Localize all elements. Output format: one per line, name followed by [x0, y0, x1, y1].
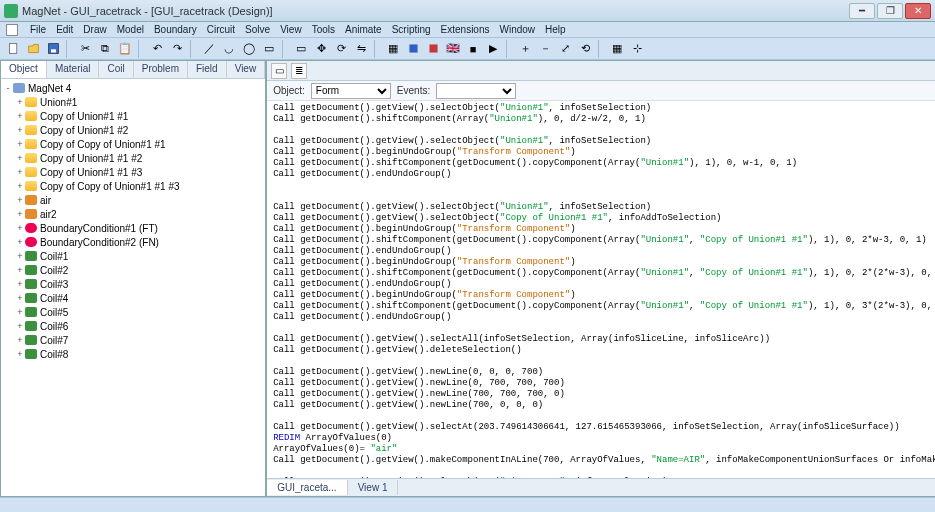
expand-icon[interactable]: +: [15, 181, 25, 191]
tab-problem[interactable]: Problem: [134, 61, 188, 78]
menu-help[interactable]: Help: [545, 24, 566, 35]
tree-item[interactable]: +Copy of Union#1 #1 #2: [1, 151, 265, 165]
expand-icon[interactable]: +: [15, 223, 25, 233]
zoom-out-icon[interactable]: －: [536, 40, 554, 58]
expand-icon[interactable]: +: [15, 97, 25, 107]
expand-icon[interactable]: +: [15, 307, 25, 317]
rect-tool-icon[interactable]: ▭: [260, 40, 278, 58]
paste-icon[interactable]: 📋: [116, 40, 134, 58]
stop-icon[interactable]: ■: [464, 40, 482, 58]
cut-icon[interactable]: ✂: [76, 40, 94, 58]
menu-circuit[interactable]: Circuit: [207, 24, 235, 35]
object-select[interactable]: Form: [311, 83, 391, 99]
mesh-icon[interactable]: ▦: [384, 40, 402, 58]
tab-coil[interactable]: Coil: [99, 61, 133, 78]
tab-object[interactable]: Object: [1, 61, 47, 78]
code-area[interactable]: Call getDocument().getView().selectObjec…: [267, 101, 935, 478]
tree-item[interactable]: +Coil#7: [1, 333, 265, 347]
zoom-in-icon[interactable]: ＋: [516, 40, 534, 58]
axis-icon[interactable]: ⊹: [628, 40, 646, 58]
menu-animate[interactable]: Animate: [345, 24, 382, 35]
redo-icon[interactable]: ↷: [168, 40, 186, 58]
grid-icon[interactable]: ▦: [608, 40, 626, 58]
tree-item[interactable]: +BoundaryCondition#1 (FT): [1, 221, 265, 235]
tree-item[interactable]: +Coil#4: [1, 291, 265, 305]
expand-icon[interactable]: +: [15, 293, 25, 303]
tree-item[interactable]: -MagNet 4: [1, 81, 265, 95]
move-icon[interactable]: ✥: [312, 40, 330, 58]
solve-red-icon[interactable]: [424, 40, 442, 58]
save-icon[interactable]: [44, 40, 62, 58]
zoom-fit-icon[interactable]: ⤢: [556, 40, 574, 58]
expand-icon[interactable]: +: [15, 265, 25, 275]
mirror-icon[interactable]: ⇋: [352, 40, 370, 58]
undo-icon[interactable]: ↶: [148, 40, 166, 58]
minimize-button[interactable]: ━: [849, 3, 875, 19]
new-icon[interactable]: [4, 40, 22, 58]
code-view-icon[interactable]: ≣: [291, 63, 307, 79]
tree-item[interactable]: +Copy of Copy of Union#1 #1 #3: [1, 179, 265, 193]
expand-icon[interactable]: +: [15, 349, 25, 359]
menu-file[interactable]: File: [30, 24, 46, 35]
tree-item[interactable]: +air: [1, 193, 265, 207]
tree-item[interactable]: +Coil#1: [1, 249, 265, 263]
expand-icon[interactable]: +: [15, 209, 25, 219]
menu-solve[interactable]: Solve: [245, 24, 270, 35]
menu-extensions[interactable]: Extensions: [441, 24, 490, 35]
menu-window[interactable]: Window: [500, 24, 536, 35]
menu-tools[interactable]: Tools: [312, 24, 335, 35]
tree-item[interactable]: +Copy of Union#1 #2: [1, 123, 265, 137]
copy-icon[interactable]: ⧉: [96, 40, 114, 58]
solve-blue-icon[interactable]: [404, 40, 422, 58]
tab-view[interactable]: View: [227, 61, 266, 78]
tree-item[interactable]: +Coil#3: [1, 277, 265, 291]
tree-item[interactable]: +Copy of Union#1 #1 #3: [1, 165, 265, 179]
expand-icon[interactable]: +: [15, 335, 25, 345]
tree-item[interactable]: +air2: [1, 207, 265, 221]
doc-tab-script[interactable]: GUI_raceta...: [267, 480, 347, 495]
menu-draw[interactable]: Draw: [83, 24, 106, 35]
play-icon[interactable]: ▶: [484, 40, 502, 58]
tree-item[interactable]: +BoundaryCondition#2 (FN): [1, 235, 265, 249]
menu-view[interactable]: View: [280, 24, 302, 35]
menu-model[interactable]: Model: [117, 24, 144, 35]
expand-icon[interactable]: +: [15, 125, 25, 135]
object-tree[interactable]: -MagNet 4+Union#1+Copy of Union#1 #1+Cop…: [1, 79, 265, 496]
open-icon[interactable]: [24, 40, 42, 58]
tab-field[interactable]: Field: [188, 61, 227, 78]
menu-scripting[interactable]: Scripting: [392, 24, 431, 35]
tree-item[interactable]: +Union#1: [1, 95, 265, 109]
expand-icon[interactable]: +: [15, 139, 25, 149]
expand-icon[interactable]: +: [15, 167, 25, 177]
tab-material[interactable]: Material: [47, 61, 100, 78]
expand-icon[interactable]: +: [15, 321, 25, 331]
maximize-button[interactable]: ❐: [877, 3, 903, 19]
form-view-icon[interactable]: ▭: [271, 63, 287, 79]
expand-icon[interactable]: +: [15, 251, 25, 261]
expand-icon[interactable]: +: [15, 153, 25, 163]
events-select[interactable]: [436, 83, 516, 99]
expand-icon[interactable]: +: [15, 111, 25, 121]
expand-icon[interactable]: +: [15, 279, 25, 289]
tree-item[interactable]: +Copy of Union#1 #1: [1, 109, 265, 123]
arc-tool-icon[interactable]: ◡: [220, 40, 238, 58]
menu-boundary[interactable]: Boundary: [154, 24, 197, 35]
tree-item[interactable]: +Coil#2: [1, 263, 265, 277]
code-content[interactable]: Call getDocument().getView().selectObjec…: [267, 101, 935, 478]
flag-uk-icon[interactable]: 🇬🇧: [444, 40, 462, 58]
rotate-icon[interactable]: ⟳: [332, 40, 350, 58]
expand-icon[interactable]: -: [3, 83, 13, 93]
refresh-icon[interactable]: ⟲: [576, 40, 594, 58]
tree-item[interactable]: +Coil#5: [1, 305, 265, 319]
tree-item[interactable]: +Coil#6: [1, 319, 265, 333]
close-button[interactable]: ✕: [905, 3, 931, 19]
line-tool-icon[interactable]: ／: [200, 40, 218, 58]
expand-icon[interactable]: +: [15, 237, 25, 247]
menu-edit[interactable]: Edit: [56, 24, 73, 35]
doc-tab-view1[interactable]: View 1: [348, 480, 399, 495]
circle-tool-icon[interactable]: ◯: [240, 40, 258, 58]
expand-icon[interactable]: +: [15, 195, 25, 205]
tree-item[interactable]: +Coil#8: [1, 347, 265, 361]
tree-item[interactable]: +Copy of Copy of Union#1 #1: [1, 137, 265, 151]
select-icon[interactable]: ▭: [292, 40, 310, 58]
